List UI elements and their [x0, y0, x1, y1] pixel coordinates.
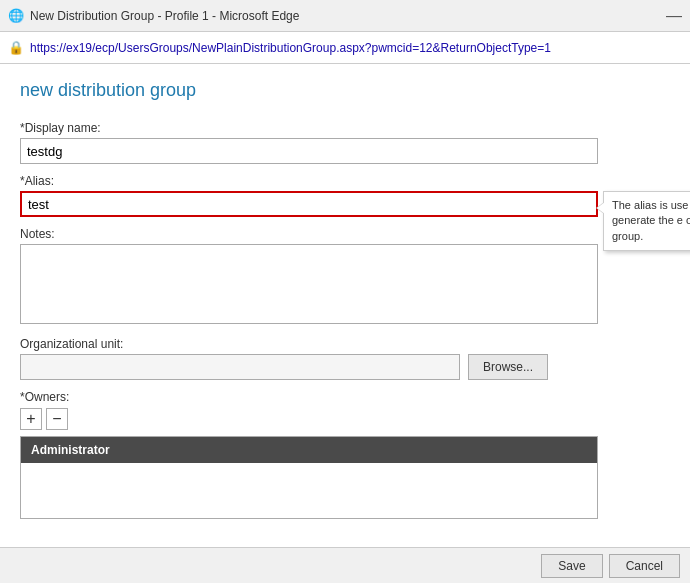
org-unit-row: Browse...	[20, 354, 670, 380]
save-button[interactable]: Save	[541, 554, 602, 578]
page-title: new distribution group	[20, 80, 670, 101]
owners-label: *Owners:	[20, 390, 670, 404]
org-unit-input[interactable]	[20, 354, 460, 380]
remove-owner-button[interactable]: −	[46, 408, 68, 430]
alias-input[interactable]	[20, 191, 598, 217]
page-content: new distribution group *Display name: *A…	[0, 64, 690, 583]
title-bar-text: New Distribution Group - Profile 1 - Mic…	[30, 9, 299, 23]
display-name-label: *Display name:	[20, 121, 670, 135]
notes-label: Notes:	[20, 227, 670, 241]
lock-icon: 🔒	[8, 40, 24, 55]
owners-table-body	[21, 463, 597, 518]
title-bar-left: 🌐 New Distribution Group - Profile 1 - M…	[8, 8, 299, 24]
owners-actions: + −	[20, 408, 670, 430]
cancel-button[interactable]: Cancel	[609, 554, 680, 578]
alias-group: *Alias: The alias is use generate the e …	[20, 174, 670, 217]
owners-table-header: Administrator	[21, 437, 597, 463]
address-bar: 🔒 https://ex19/ecp/UsersGroups/NewPlainD…	[0, 32, 690, 64]
alias-label: *Alias:	[20, 174, 670, 188]
org-unit-group: Organizational unit: Browse...	[20, 337, 670, 380]
close-icon[interactable]: —	[666, 7, 682, 25]
add-owner-button[interactable]: +	[20, 408, 42, 430]
display-name-input[interactable]	[20, 138, 598, 164]
display-name-group: *Display name:	[20, 121, 670, 164]
owners-table: Administrator	[20, 436, 598, 519]
footer-bar: Save Cancel	[0, 547, 690, 583]
browse-button[interactable]: Browse...	[468, 354, 548, 380]
address-url[interactable]: https://ex19/ecp/UsersGroups/NewPlainDis…	[30, 41, 682, 55]
notes-group: Notes:	[20, 227, 670, 327]
browser-icon: 🌐	[8, 8, 24, 24]
notes-input[interactable]	[20, 244, 598, 324]
title-bar: 🌐 New Distribution Group - Profile 1 - M…	[0, 0, 690, 32]
alias-tooltip: The alias is use generate the e of the g…	[603, 191, 690, 251]
org-unit-label: Organizational unit:	[20, 337, 670, 351]
owners-group: *Owners: + − Administrator	[20, 390, 670, 519]
alias-field-wrapper: The alias is use generate the e of the g…	[20, 191, 598, 217]
